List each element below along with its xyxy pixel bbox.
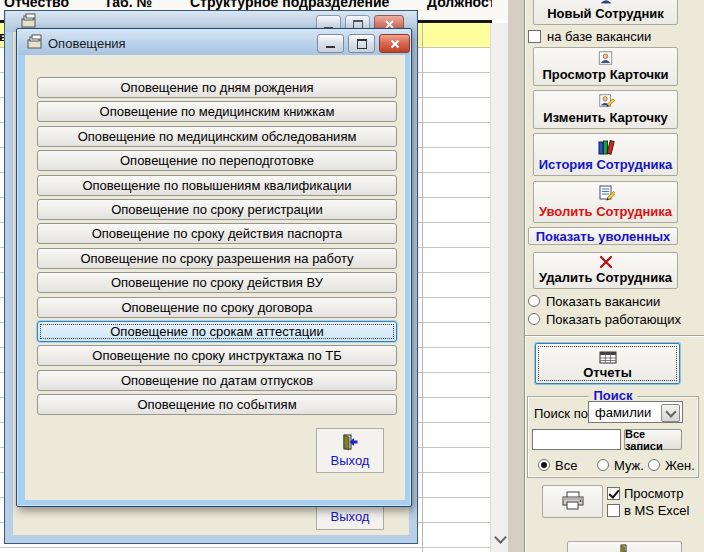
delete-employee-label: Удалить Сотрудника	[539, 270, 672, 285]
alert-button[interactable]: Оповещение по сроку действия паспорта	[37, 223, 397, 244]
red-x-icon	[598, 255, 614, 269]
column-header[interactable]: Таб. №	[104, 0, 152, 10]
maximize-button[interactable]	[348, 34, 375, 53]
preview-checkbox[interactable]	[607, 487, 620, 500]
search-by-value: фамилии	[595, 405, 651, 420]
alerts-dialog: Оповещения Оповещение по дням рожденияОп…	[16, 28, 412, 507]
all-records-button[interactable]: Все записи	[624, 429, 682, 450]
gender-female-radio[interactable]	[648, 459, 660, 471]
excel-checkbox[interactable]	[607, 504, 620, 517]
cardfile-icon	[21, 13, 37, 29]
table-row[interactable]	[0, 548, 490, 552]
report-table-icon	[599, 351, 617, 364]
cardfile-icon	[27, 34, 43, 50]
show-dismissed-button[interactable]: Показать уволенных	[528, 227, 678, 245]
person-icon	[599, 0, 613, 5]
back-exit-label: Выход	[331, 509, 370, 524]
minimize-button[interactable]	[317, 34, 344, 53]
excel-label: в MS Excel	[624, 503, 689, 518]
search-by-combobox[interactable]: фамилии	[588, 401, 683, 423]
reports-label: Отчеты	[583, 365, 632, 380]
alert-button[interactable]: Оповещение по дням рождения	[37, 77, 397, 98]
panel-gap	[508, 0, 525, 552]
alert-button[interactable]: Оповещение по сроку регистрации	[37, 199, 397, 220]
all-records-label: Все записи	[625, 428, 681, 452]
alert-button[interactable]: Оповещение по медицинским книжкам	[37, 101, 397, 122]
vacancy-basis-checkbox[interactable]	[528, 30, 541, 43]
combo-dropdown-button[interactable]	[661, 404, 680, 422]
show-dismissed-label: Показать уволенных	[536, 229, 671, 244]
alert-button[interactable]: Оповещение по сроку договора	[37, 297, 397, 318]
alert-button[interactable]: Оповещение по сроку действия ВУ	[37, 272, 397, 293]
table-column-divider	[422, 23, 423, 552]
new-employee-label: Новый Сотрудник	[547, 6, 664, 21]
dismiss-label: Уволить Сотрудника	[539, 204, 672, 219]
delete-employee-button[interactable]: Удалить Сотрудника	[533, 252, 678, 289]
alert-button[interactable]: Оповещение по датам отпусков	[37, 370, 397, 391]
search-input[interactable]	[532, 429, 621, 450]
alert-button[interactable]: Оповещение по переподготовке	[37, 150, 397, 171]
alert-button[interactable]: Оповещение по медицинским обследованиям	[37, 126, 397, 147]
dialog-title: Оповещения	[48, 36, 126, 51]
sidebar-divider	[525, 335, 704, 337]
edit-card-button[interactable]: Изменить Карточку	[533, 90, 678, 129]
alert-button[interactable]: Оповещение по срокам аттестации	[37, 321, 397, 342]
new-employee-button[interactable]: Новый Сотрудник	[533, 0, 678, 25]
search-by-label: Поиск по	[534, 406, 588, 421]
gender-all-label: Все	[555, 458, 577, 473]
scroll-down-icon[interactable]	[494, 531, 507, 544]
close-icon	[390, 39, 400, 49]
printer-icon	[560, 491, 586, 511]
alert-button[interactable]: Оповещение по сроку разрешения на работу	[37, 248, 397, 269]
edit-card-label: Изменить Карточку	[543, 110, 667, 125]
vacancy-basis-label: на базе вакансии	[547, 29, 651, 44]
close-button[interactable]	[379, 34, 410, 53]
history-label: История Сотрудника	[539, 157, 673, 172]
alert-button[interactable]: Оповещение по событиям	[37, 394, 397, 415]
gender-male-radio[interactable]	[597, 459, 609, 471]
reports-button[interactable]: Отчеты	[535, 343, 680, 384]
view-card-label: Просмотр Карточки	[542, 67, 668, 82]
show-vacancies-radio[interactable]	[528, 295, 540, 307]
preview-label: Просмотр	[624, 486, 683, 501]
dismiss-button[interactable]: Уволить Сотрудника	[533, 181, 678, 223]
dialog-exit-button[interactable]: Выход	[316, 428, 384, 473]
search-group: Поиск Поиск по фамилии Все записи Все Му…	[527, 396, 699, 478]
person-edit-icon	[597, 93, 615, 109]
gender-male-label: Муж.	[614, 458, 644, 473]
chevron-down-icon	[665, 406, 676, 417]
dialog-titlebar[interactable]: Оповещения	[18, 30, 410, 55]
sidebar-exit-button-clipped[interactable]	[567, 541, 682, 552]
door-exit-icon	[619, 544, 631, 552]
show-working-radio[interactable]	[528, 313, 540, 325]
dialog-exit-label: Выход	[331, 453, 370, 468]
alert-button[interactable]: Оповещение по сроку инструктажа по ТБ	[37, 345, 397, 366]
history-button[interactable]: История Сотрудника	[533, 133, 678, 176]
show-vacancies-label: Показать вакансии	[546, 294, 660, 309]
document-edit-icon	[597, 184, 615, 203]
person-card-icon	[597, 50, 614, 66]
door-exit-icon	[341, 433, 359, 451]
print-button[interactable]	[542, 485, 603, 518]
column-header[interactable]: Отчество	[4, 0, 69, 10]
sidebar: Новый Сотрудник на базе вакансии Просмот…	[525, 0, 704, 552]
view-card-button[interactable]: Просмотр Карточки	[533, 47, 678, 86]
gender-all-radio[interactable]	[538, 459, 550, 471]
books-icon	[596, 138, 616, 156]
gender-female-label: Жен.	[665, 458, 695, 473]
show-working-label: Показать работающих	[546, 312, 681, 327]
column-header[interactable]: Структурное подразделение	[190, 0, 389, 10]
table-scrollbar[interactable]	[490, 23, 508, 552]
column-header[interactable]: Должность	[427, 0, 492, 10]
alert-button[interactable]: Оповещение по повышениям квалификации	[37, 175, 397, 196]
dialog-content: Оповещение по дням рожденияОповещение по…	[25, 55, 405, 500]
